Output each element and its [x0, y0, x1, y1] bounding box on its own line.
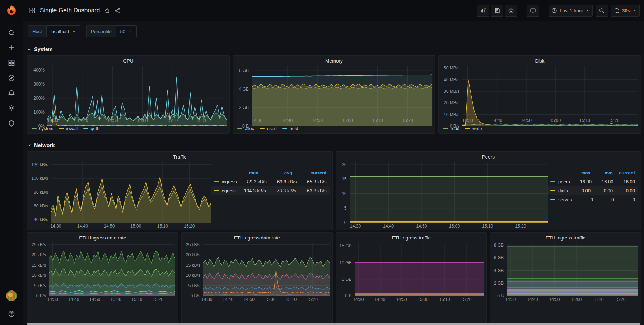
- eth-ingress-data-rate-chart: 0 B/s5 kB/s10 kB/s15 kB/s20 kB/s25 kB/s1…: [27, 243, 178, 325]
- x-axis-label: 14:50: [309, 118, 326, 123]
- legend-value: 0.00: [613, 188, 635, 193]
- x-axis-label: 14:30: [199, 297, 215, 302]
- legend-value: 0.00: [568, 188, 591, 193]
- legend-column-header[interactable]: avg: [258, 170, 293, 175]
- panel-title[interactable]: ETH egress traffic: [336, 233, 487, 243]
- legend-series-name[interactable]: egress: [214, 188, 236, 193]
- legend-item[interactable]: used: [260, 126, 277, 131]
- series-color-dash: [32, 128, 37, 129]
- dashboard-title[interactable]: Single Geth Dasboard: [40, 7, 100, 14]
- dashboard-grid-icon[interactable]: [29, 7, 36, 14]
- x-axis-label: 15:10: [577, 118, 593, 123]
- horizontal-scrollbar[interactable]: [27, 323, 640, 325]
- variable-percentile: Percentile 50: [86, 25, 137, 37]
- y-axis-label: 400%: [33, 68, 45, 73]
- y-axis-label: 4 GB: [494, 268, 504, 273]
- y-axis-label: 2 GB: [494, 281, 504, 286]
- save-dashboard-button[interactable]: [491, 5, 503, 17]
- legend-column-header[interactable]: avg: [591, 170, 613, 175]
- series-color-dash: [237, 128, 242, 129]
- legend-column-header[interactable]: current: [613, 170, 635, 175]
- add-panel-button[interactable]: [477, 5, 489, 17]
- legend-value: 63.8 kB/s: [296, 188, 326, 193]
- explore-icon[interactable]: [3, 70, 20, 86]
- legend-series-name[interactable]: serves: [550, 197, 572, 202]
- y-axis-label: 10: [342, 191, 346, 196]
- legend-item[interactable]: iowait: [59, 126, 78, 131]
- y-axis-label: 4 GB: [239, 87, 249, 92]
- configuration-icon[interactable]: [3, 101, 20, 116]
- row-header-network[interactable]: Network: [27, 139, 641, 151]
- x-axis-label: 15:20: [181, 224, 197, 229]
- search-icon[interactable]: [3, 25, 20, 40]
- legend-value: 16.00: [592, 179, 613, 184]
- panel-title[interactable]: Disk: [439, 56, 641, 66]
- chevron-down-icon: [27, 143, 32, 147]
- help-icon[interactable]: [3, 306, 20, 321]
- y-axis-label: 25 kB/s: [186, 242, 200, 247]
- dashboards-icon[interactable]: [3, 55, 20, 70]
- percentile-variable-select[interactable]: 50: [116, 25, 137, 37]
- series-color-dash: [443, 128, 448, 129]
- x-axis-label: 15:20: [194, 118, 210, 123]
- grafana-logo-icon[interactable]: [5, 4, 18, 17]
- refresh-button[interactable]: 30s: [611, 5, 640, 17]
- share-icon[interactable]: [115, 8, 121, 14]
- y-axis-label: 60 kB/s: [34, 203, 48, 209]
- plot-area: [47, 66, 227, 117]
- cycle-view-mode-button[interactable]: [527, 5, 539, 17]
- eth-panel-row: ETH ingress data rate 0 B/s5 kB/s10 kB/s…: [27, 232, 641, 325]
- x-axis: 14:3014:4014:5015:0015:1015:20: [507, 296, 638, 303]
- legend-item[interactable]: write: [465, 126, 482, 131]
- legend-item[interactable]: held: [282, 126, 298, 131]
- create-icon[interactable]: [3, 40, 20, 55]
- panel-title[interactable]: Memory: [233, 56, 435, 66]
- x-axis-label: 15:20: [512, 224, 529, 229]
- panel-title[interactable]: ETH ingress traffic: [490, 233, 641, 243]
- legend-value: 0: [572, 197, 593, 202]
- plot-column: 40 kB/s60 kB/s80 kB/s100 kB/s120 kB/s14:…: [29, 162, 211, 230]
- zoom-out-time-range-button[interactable]: [596, 5, 608, 17]
- legend-item[interactable]: geth: [83, 126, 99, 131]
- alerting-icon[interactable]: [3, 86, 20, 101]
- y-axis: 05101520: [337, 162, 350, 223]
- user-avatar[interactable]: [6, 290, 17, 301]
- variable-host: Host localhost: [28, 25, 80, 37]
- y-axis-label: 100 kB/s: [31, 176, 48, 181]
- legend-series-name[interactable]: peers: [550, 179, 570, 184]
- plot-row: 0 B5 GB10 GB15 GB: [337, 243, 484, 296]
- host-variable-select[interactable]: localhost: [46, 25, 80, 37]
- dashboard-settings-button[interactable]: [505, 5, 517, 17]
- panel-title[interactable]: Traffic: [27, 152, 332, 162]
- plot-column: 0%100%200%300%400%14:3014:4014:5015:0015…: [29, 66, 227, 124]
- legend-value: 0: [614, 197, 635, 202]
- panel-title[interactable]: ETH ingress data rate: [27, 233, 178, 243]
- legend-column-header[interactable]: max: [568, 170, 591, 175]
- x-axis-label: 14:40: [74, 224, 91, 229]
- panel-title[interactable]: Peers: [336, 152, 641, 162]
- x-axis: 14:3014:4014:5015:0015:1015:20: [203, 296, 330, 303]
- x-axis-label: 14:50: [546, 297, 563, 302]
- plot-row: 0 B2 GB4 GB6 GB: [234, 66, 432, 117]
- refresh-interval-label: 30s: [622, 8, 630, 13]
- panel-title[interactable]: CPU: [27, 56, 229, 66]
- x-axis-label: 14:40: [489, 118, 505, 123]
- legend-value: 0.00: [591, 188, 613, 193]
- time-range-picker[interactable]: Last 1 hour: [549, 5, 593, 17]
- y-axis-label: 0 B/s: [450, 124, 459, 129]
- legend-column-header[interactable]: max: [224, 170, 258, 175]
- plot-column: 0 B/s5 kB/s10 kB/s15 kB/s20 kB/s25 kB/s1…: [183, 243, 330, 322]
- x-axis-label: 15:20: [606, 118, 622, 123]
- legend-series-name[interactable]: dials: [550, 188, 568, 193]
- legend-value: 73.3 kB/s: [266, 188, 296, 193]
- legend-column-header[interactable]: current: [293, 170, 327, 175]
- x-axis-label: 15:10: [154, 224, 171, 229]
- panel-title[interactable]: ETH egress data rate: [182, 233, 332, 243]
- legend-series-name[interactable]: ingress: [214, 179, 237, 184]
- panel-traffic: Traffic 40 kB/s60 kB/s80 kB/s100 kB/s120…: [27, 151, 333, 230]
- server-admin-icon[interactable]: [3, 116, 20, 131]
- x-axis: 14:3014:4014:5015:0015:1015:20: [47, 117, 227, 124]
- dashboard-variables-bar: Host localhost Percentile 50: [23, 21, 644, 40]
- row-header-system[interactable]: System: [27, 43, 641, 55]
- star-icon[interactable]: [104, 8, 110, 14]
